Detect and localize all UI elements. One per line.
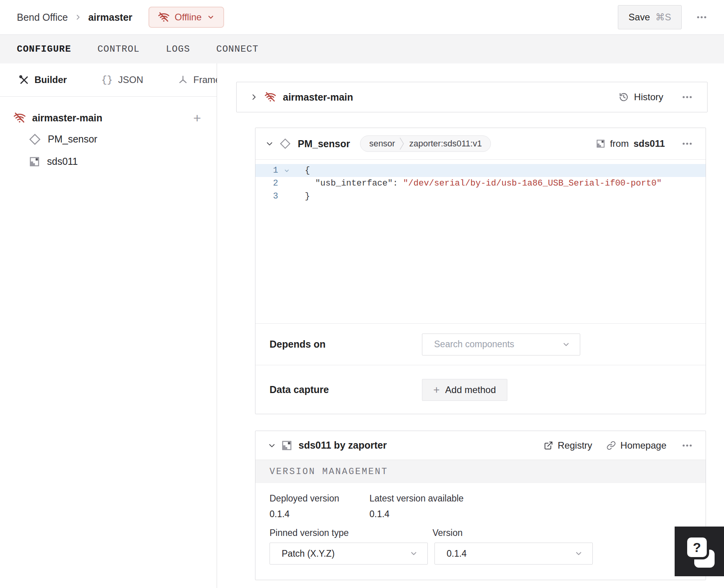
fold-chevron-icon[interactable] [278, 168, 295, 173]
chevron-down-icon[interactable] [266, 140, 273, 148]
part-card-title: airmaster-main [283, 92, 353, 103]
attributes-code-editor[interactable]: 1 { 2 "usb_interface": "/dev/serial/by-i… [255, 160, 706, 323]
code-line: 3 } [255, 190, 706, 203]
data-capture-row: Data capture + Add method [255, 365, 706, 414]
badge-separator-icon [400, 137, 404, 150]
view-switcher: Builder {} JSON Frame [0, 63, 217, 97]
registry-label: Registry [558, 440, 592, 451]
chain-link-icon [606, 441, 616, 450]
module-card-header: sds011 by zaporter Registry [255, 431, 706, 460]
homepage-label: Homepage [621, 440, 666, 451]
ellipsis-icon [682, 444, 692, 447]
version-select[interactable]: 0.1.4 [434, 543, 593, 565]
part-overflow-menu-button[interactable] [681, 92, 694, 102]
save-label: Save [628, 12, 650, 23]
tree-item-airmaster-main[interactable]: airmaster-main + [0, 108, 217, 128]
breadcrumb-machine: airmaster [88, 12, 132, 23]
tab-bar: CONFIGURE CONTROL LOGS CONNECT [0, 34, 724, 63]
breadcrumb-location[interactable]: Bend Office [17, 12, 68, 23]
content-area: Builder {} JSON Frame [0, 63, 724, 588]
chevron-down-icon[interactable] [268, 442, 276, 449]
view-label: JSON [118, 74, 143, 85]
code-content: { [295, 166, 310, 175]
save-shortcut: ⌘S [655, 12, 671, 23]
version-label: Version [433, 528, 463, 538]
tree-item-sds011[interactable]: sds011 [0, 150, 217, 173]
deployed-version-value: 0.1.4 [270, 509, 290, 519]
code-content: "usb_interface": "/dev/serial/by-id/usb-… [295, 179, 662, 188]
badge-type: sensor [360, 139, 400, 149]
code-content: } [295, 191, 310, 201]
ellipsis-icon [697, 16, 707, 19]
plus-icon: + [433, 384, 440, 396]
code-line: 2 "usb_interface": "/dev/serial/by-id/us… [255, 177, 706, 190]
wifi-off-icon [264, 91, 276, 103]
tab-control[interactable]: CONTROL [98, 44, 140, 54]
status-label: Offline [175, 12, 202, 23]
sidebar: Builder {} JSON Frame [0, 63, 217, 588]
version-management-section-header: VERSION MANAGEMENT [255, 460, 706, 483]
module-square-icon [29, 156, 40, 167]
badge-model: zaporter:sds011:v1 [404, 139, 490, 149]
view-toggle-json[interactable]: {} JSON [101, 74, 143, 85]
tree-child-label: sds011 [47, 156, 78, 167]
history-button[interactable]: History [619, 92, 663, 103]
module-card-actions: Registry Homepage [544, 440, 694, 451]
breadcrumb: Bend Office airmaster Offline [17, 7, 224, 28]
add-method-button[interactable]: + Add method [422, 379, 507, 401]
chevron-down-icon [207, 13, 215, 21]
status-dropdown[interactable]: Offline [148, 7, 224, 28]
line-number: 3 [255, 191, 278, 201]
from-label: from [610, 138, 629, 149]
chevron-down-icon [409, 549, 418, 558]
history-label: History [634, 92, 663, 103]
save-button[interactable]: Save ⌘S [618, 5, 682, 29]
version-management-body: Deployed version Latest version availabl… [255, 483, 706, 580]
module-title: sds011 by zaporter [299, 440, 387, 451]
machine-overflow-menu-button[interactable] [695, 13, 708, 22]
top-bar-actions: Save ⌘S [618, 5, 708, 29]
component-card: PM_sensor sensor zaporter:sds011:v1 [255, 128, 706, 414]
question-glyph: ? [693, 540, 701, 555]
from-module-link[interactable]: from sds011 [596, 138, 665, 149]
tree-root-label: airmaster-main [32, 112, 102, 124]
main-panel: airmaster-main History [217, 63, 724, 588]
homepage-link[interactable]: Homepage [606, 440, 666, 451]
view-toggle-builder[interactable]: Builder [19, 74, 67, 85]
app-root: Bend Office airmaster Offline [0, 0, 724, 588]
wifi-off-icon [13, 112, 26, 124]
pinned-version-type-select[interactable]: Patch (X.Y.Z) [270, 543, 428, 565]
tree-item-pm-sensor[interactable]: PM_sensor [0, 128, 217, 150]
component-title: PM_sensor [298, 138, 350, 150]
add-component-button[interactable]: + [191, 111, 203, 124]
tab-logs[interactable]: LOGS [166, 44, 190, 54]
view-label: Frame [194, 74, 221, 85]
tab-configure[interactable]: CONFIGURE [17, 44, 71, 54]
help-button[interactable]: ? [675, 527, 724, 576]
view-label: Builder [34, 74, 67, 85]
module-overflow-menu-button[interactable] [681, 441, 694, 450]
depends-on-select[interactable]: Search components [422, 334, 580, 355]
clock-rotate-ccw-icon [619, 92, 629, 102]
from-module-name: sds011 [634, 138, 665, 149]
curly-braces-icon: {} [101, 75, 113, 85]
code-line: 1 { [255, 164, 706, 177]
chevron-right-icon[interactable] [250, 93, 258, 101]
deployed-version-label: Deployed version [270, 493, 339, 504]
view-toggle-frame[interactable]: Frame [178, 74, 221, 85]
data-capture-label: Data capture [270, 384, 422, 395]
depends-on-row: Depends on Search components [255, 323, 706, 365]
component-type-badge: sensor zaporter:sds011:v1 [360, 135, 491, 152]
question-bubble-icon: ? [685, 535, 709, 559]
module-square-icon [596, 139, 605, 148]
registry-link[interactable]: Registry [544, 440, 592, 451]
tab-connect[interactable]: CONNECT [216, 44, 259, 54]
pinned-version-type-value: Patch (X.Y.Z) [282, 548, 335, 559]
diamond-icon [280, 138, 291, 149]
diamond-icon [29, 133, 41, 145]
component-overflow-menu-button[interactable] [681, 139, 694, 148]
module-card: sds011 by zaporter Registry [255, 431, 706, 580]
version-value: 0.1.4 [447, 548, 467, 559]
depends-on-placeholder: Search components [434, 339, 514, 350]
component-card-actions: from sds011 [596, 138, 694, 149]
